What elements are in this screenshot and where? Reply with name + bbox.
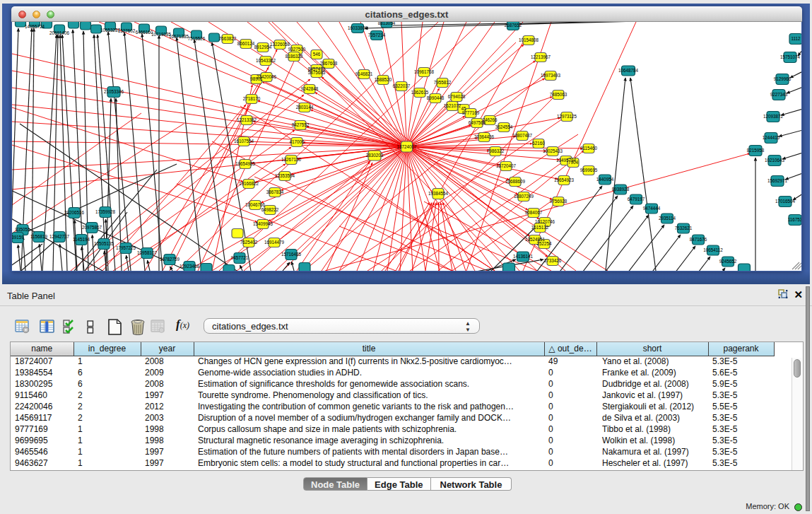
svg-text:15751074: 15751074: [780, 54, 801, 59]
svg-text:10807487: 10807487: [512, 133, 533, 138]
svg-text:546: 546: [313, 52, 321, 57]
svg-text:7986322: 7986322: [487, 148, 505, 153]
svg-text:16914479: 16914479: [264, 240, 285, 245]
svg-text:10654112: 10654112: [703, 247, 723, 252]
svg-text:15720407: 15720407: [496, 163, 517, 168]
svg-text:7955812: 7955812: [434, 80, 452, 85]
svg-text:10688609: 10688609: [505, 179, 526, 184]
svg-text:10025433: 10025433: [543, 148, 563, 153]
svg-text:8186328: 8186328: [286, 54, 303, 59]
svg-text:746266: 746266: [482, 117, 498, 122]
svg-text:12213382: 12213382: [237, 117, 257, 122]
svg-text:6479197: 6479197: [628, 197, 645, 201]
svg-text:8813054: 8813054: [378, 22, 396, 25]
svg-text:1621072: 1621072: [444, 103, 461, 108]
svg-text:17957225: 17957225: [116, 245, 136, 250]
svg-text:12923468: 12923468: [180, 264, 200, 269]
svg-text:19166822: 19166822: [239, 181, 259, 186]
svg-text:12093872: 12093872: [763, 114, 784, 119]
svg-text:6322037: 6322037: [393, 83, 411, 88]
svg-text:2718170: 2718170: [243, 96, 261, 101]
svg-text:12505135: 12505135: [94, 241, 114, 246]
svg-text:1615132: 1615132: [531, 225, 549, 230]
svg-text:8990448: 8990448: [427, 95, 445, 100]
svg-text:1244415: 1244415: [763, 135, 780, 140]
svg-text:15716485: 15716485: [281, 252, 302, 257]
svg-text:7632621: 7632621: [675, 226, 693, 230]
svg-text:10973493: 10973493: [541, 73, 561, 78]
svg-text:835051: 835051: [15, 227, 30, 232]
svg-text:8427552: 8427552: [292, 122, 310, 127]
svg-text:19654985: 19654985: [235, 161, 256, 166]
svg-text:9084067: 9084067: [525, 210, 543, 215]
svg-text:9242848: 9242848: [301, 86, 319, 91]
svg-text:1588520: 1588520: [375, 77, 392, 82]
svg-text:8938928: 8938928: [612, 187, 630, 192]
svg-text:16033809: 16033809: [348, 25, 368, 30]
svg-text:9777169: 9777169: [462, 110, 480, 115]
svg-text:1527602: 1527602: [118, 28, 136, 33]
svg-text:9115460: 9115460: [580, 146, 598, 151]
svg-text:9474444: 9474444: [643, 206, 661, 211]
svg-text:1362615: 1362615: [411, 90, 429, 95]
svg-text:9457721: 9457721: [231, 255, 249, 260]
svg-text:2803144: 2803144: [296, 105, 314, 110]
svg-text:12353594: 12353594: [275, 173, 295, 178]
svg-text:16120746: 16120746: [535, 219, 555, 224]
svg-text:8660124: 8660124: [237, 41, 255, 46]
svg-text:2935114: 2935114: [659, 216, 676, 221]
svg-text:2830203: 2830203: [366, 153, 384, 158]
svg-text:62160: 62160: [532, 141, 545, 146]
svg-text:7663822: 7663822: [219, 36, 237, 41]
svg-text:12213967: 12213967: [531, 54, 551, 59]
svg-text:7515526: 7515526: [188, 36, 206, 41]
svg-text:1440954: 1440954: [596, 177, 614, 182]
svg-text:9227343: 9227343: [770, 92, 788, 97]
svg-text:8471676: 8471676: [690, 237, 707, 242]
svg-text:39159: 39159: [12, 235, 24, 240]
svg-text:7485063: 7485063: [550, 92, 567, 97]
svg-text:19654923: 19654923: [554, 177, 575, 182]
svg-text:7357214: 7357214: [368, 33, 386, 37]
svg-text:18724007: 18724007: [396, 144, 417, 149]
svg-text:2687652: 2687652: [505, 23, 522, 28]
svg-text:3867834: 3867834: [266, 189, 284, 194]
svg-text:10961768: 10961768: [414, 69, 435, 74]
svg-text:20206516: 20206516: [64, 210, 85, 215]
svg-text:5875685: 5875685: [308, 70, 326, 75]
svg-text:20364436: 20364436: [474, 134, 495, 139]
svg-text:17016504: 17016504: [775, 199, 796, 204]
svg-text:20691406: 20691406: [49, 30, 70, 35]
svg-text:14136141: 14136141: [513, 254, 534, 259]
svg-text:10958107: 10958107: [137, 250, 158, 255]
svg-text:1112: 1112: [791, 36, 801, 41]
svg-text:14055724: 14055724: [25, 24, 45, 29]
svg-text:9146821: 9146821: [355, 71, 373, 76]
svg-text:9129966: 9129966: [774, 76, 792, 81]
svg-text:9756928: 9756928: [550, 199, 567, 204]
svg-text:3624554: 3624554: [495, 124, 513, 129]
svg-text:20975867: 20975867: [82, 225, 102, 230]
svg-text:15692971: 15692971: [767, 178, 788, 183]
svg-text:116753: 116753: [788, 217, 801, 222]
svg-text:21053346: 21053346: [104, 89, 124, 94]
svg-text:1733426: 1733426: [544, 258, 562, 263]
svg-text:16671385: 16671385: [169, 34, 189, 39]
svg-text:8215958: 8215958: [747, 148, 765, 153]
svg-text:13226058: 13226058: [270, 42, 290, 47]
svg-text:1145194: 1145194: [73, 237, 90, 242]
svg-text:6498222: 6498222: [261, 207, 279, 212]
svg-text:23420046: 23420046: [257, 74, 277, 79]
svg-text:13267130: 13267130: [281, 157, 302, 162]
svg-text:9245652: 9245652: [719, 259, 737, 264]
svg-text:10046766: 10046766: [245, 202, 266, 207]
svg-text:18807249: 18807249: [514, 194, 534, 199]
svg-text:9327500: 9327500: [288, 47, 306, 52]
svg-text:9699695: 9699695: [580, 168, 598, 173]
svg-text:417006: 417006: [289, 139, 305, 144]
svg-text:12973125: 12973125: [557, 114, 577, 119]
svg-text:2867608: 2867608: [320, 61, 338, 66]
svg-text:6794028: 6794028: [448, 94, 466, 99]
svg-text:17359928: 17359928: [95, 209, 116, 214]
svg-text:10543362: 10543362: [256, 58, 276, 63]
